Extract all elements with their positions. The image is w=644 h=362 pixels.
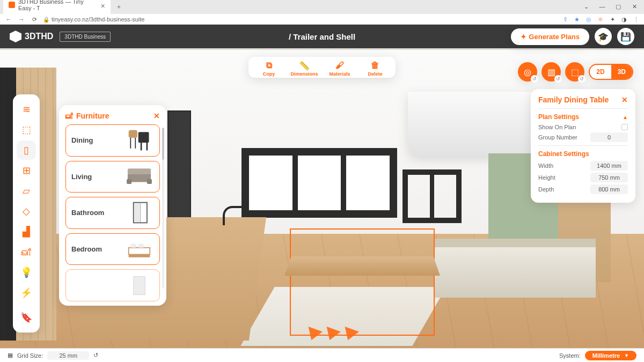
category-more[interactable] [65, 269, 160, 301]
width-input[interactable]: 1400 mm [590, 161, 628, 171]
sub-badge-icon: ↺ [531, 75, 538, 83]
grid-size-input[interactable]: 25 mm [47, 351, 89, 360]
panel-scrollbar[interactable] [162, 128, 164, 289]
status-bar: ▦ Grid Size: 25 mm ↺ System: Millimetre … [0, 348, 644, 362]
group-number-input[interactable]: 0 [590, 132, 628, 142]
window-controls: ⌄ ― ▢ ✕ [579, 1, 642, 12]
plan-badge[interactable]: 3DTHD Business [60, 32, 111, 42]
category-bathroom[interactable]: Bathroom [65, 197, 160, 229]
dimensions-button[interactable]: 📏 Dimensions [291, 60, 317, 77]
view-mode-toggle[interactable]: 2D 3D [589, 64, 633, 80]
window-maximize-button[interactable]: ▢ [611, 1, 626, 12]
nav-forward-button[interactable]: → [17, 15, 26, 24]
bulb-icon: 💡 [20, 267, 32, 278]
box-view-button[interactable]: ⬚↺ [565, 62, 584, 82]
tool-sidebar: ≋ ⬚ ▯ ⊞ ▱ ◇ ▟ 🛋 💡 ⚡ 🔖 [13, 94, 40, 333]
sidebar-item-door[interactable]: ▯ [17, 141, 36, 160]
app-logo[interactable]: 3DTHD [10, 31, 53, 42]
favicon-icon [9, 2, 15, 8]
section-cabinet-settings[interactable]: Cabinet Settings [538, 145, 628, 158]
sidebar-item-wall[interactable]: ▱ [17, 181, 36, 201]
window-minimize-button[interactable]: ― [595, 1, 610, 12]
breadcrumb[interactable]: / Trailer and Shell [289, 32, 355, 41]
sofa-icon: 🛋 [65, 112, 73, 120]
window-close-button[interactable]: ✕ [627, 1, 642, 12]
depth-input[interactable]: 800 mm [590, 184, 628, 194]
save-icon: 💾 [620, 32, 631, 42]
paint-icon: 🖌 [334, 60, 345, 71]
nav-back-button[interactable]: ← [4, 15, 13, 24]
delete-button[interactable]: 🗑 Delete [362, 60, 388, 77]
height-input[interactable]: 750 mm [590, 173, 628, 182]
browser-tab[interactable]: 3DTHD Business — Tiny Easy - T ✕ [3, 0, 111, 14]
chevron-down-icon[interactable]: ⌄ [579, 1, 594, 12]
field-width: Width 1400 mm [538, 161, 628, 171]
star-icon[interactable]: ★ [573, 16, 581, 23]
kebab-menu-icon[interactable]: ⋮ [632, 16, 640, 23]
category-dining[interactable]: Dining [65, 124, 160, 157]
panel-title: Furniture [76, 112, 109, 120]
sidebar-item-electrical[interactable]: ⚡ [17, 283, 36, 302]
show-on-plan-checkbox[interactable] [621, 124, 628, 130]
materials-button[interactable]: 🖌 Materials [327, 60, 353, 77]
sidebar-item-lighting[interactable]: 💡 [17, 263, 36, 282]
url-field[interactable]: 🔒tinyeasy.co.nz/3dthd-business-suite [43, 16, 557, 23]
context-toolbar: ⧉ Copy 📏 Dimensions 🖌 Materials 🗑 Delete [248, 57, 396, 78]
units-select[interactable]: Millimetre ▼ [585, 351, 636, 360]
sidebar-item-floor[interactable]: ◇ [17, 202, 36, 221]
layers-icon: ≋ [23, 104, 31, 115]
svg-rect-15 [138, 244, 144, 248]
plug-icon: ⚡ [20, 287, 32, 299]
save-button[interactable]: 💾 [617, 28, 634, 45]
living-thumb-icon [125, 165, 154, 189]
target-icon: ◎ [524, 67, 531, 77]
sidebar-item-model[interactable]: ⬚ [17, 120, 36, 139]
layers-view-button[interactable]: ▥↺ [541, 62, 561, 82]
category-living[interactable]: Living [65, 161, 160, 193]
undo-button[interactable]: ↺ [93, 352, 98, 359]
sidebar-item-layers[interactable]: ≋ [17, 100, 36, 119]
svg-rect-0 [138, 132, 149, 143]
share-icon[interactable]: ⇪ [561, 16, 569, 23]
section-plan-settings[interactable]: Plan Settings [538, 108, 628, 121]
ext-atom-icon[interactable]: ⚛ [597, 16, 604, 23]
toggle-2d[interactable]: 2D [590, 65, 611, 79]
copy-button[interactable]: ⧉ Copy [256, 60, 282, 77]
svg-rect-9 [147, 179, 152, 184]
tab-close-icon[interactable]: ✕ [100, 3, 105, 8]
lock-icon: 🔒 [43, 17, 49, 23]
bookmark-icon: 🔖 [20, 312, 32, 323]
svg-rect-13 [129, 248, 150, 255]
tab-title: 3DTHD Business — Tiny Easy - T [18, 0, 97, 11]
learn-button[interactable]: 🎓 [595, 28, 612, 45]
generate-plans-button[interactable]: ✦ Generate Plans [511, 28, 589, 45]
browser-tabbar: 3DTHD Business — Tiny Easy - T ✕ ＋ ⌄ ― ▢… [0, 0, 644, 14]
field-show-on-plan: Show On Plan [538, 124, 628, 130]
properties-close-button[interactable] [621, 95, 628, 104]
move-gizmo-icon[interactable] [306, 329, 357, 341]
sidebar-item-bookmark[interactable]: 🔖 [17, 308, 36, 327]
svg-rect-7 [128, 168, 151, 174]
svg-rect-17 [134, 276, 145, 294]
dining-table-object[interactable] [284, 239, 440, 330]
grid-icon: ▦ [8, 352, 13, 359]
puzzle-icon[interactable]: ✦ [609, 16, 616, 23]
app-viewport: 3DTHD 3DTHD Business / Trailer and Shell… [0, 25, 644, 362]
panel-close-button[interactable] [153, 112, 160, 120]
category-bedroom[interactable]: Bedroom [65, 233, 160, 265]
sidebar-item-stairs[interactable]: ▟ [17, 222, 36, 241]
sidebar-item-window[interactable]: ⊞ [17, 161, 36, 180]
profile-icon[interactable]: ◑ [620, 16, 628, 23]
toggle-3d[interactable]: 3D [611, 65, 632, 79]
sofa-icon: 🛋 [21, 247, 31, 258]
browser-chrome: 3DTHD Business — Tiny Easy - T ✕ ＋ ⌄ ― ▢… [0, 0, 644, 25]
new-tab-button[interactable]: ＋ [113, 1, 125, 12]
box-icon: ⬚ [571, 67, 579, 77]
dining-thumb-icon [125, 128, 154, 152]
sparkle-icon: ✦ [521, 33, 526, 41]
sidebar-item-furniture[interactable]: 🛋 [17, 242, 36, 262]
camera-reset-button[interactable]: ◎↺ [518, 62, 537, 82]
ext-circle-icon[interactable]: ◎ [585, 16, 592, 23]
nav-reload-button[interactable]: ⟳ [30, 15, 39, 24]
layers-icon: ▥ [547, 67, 555, 77]
